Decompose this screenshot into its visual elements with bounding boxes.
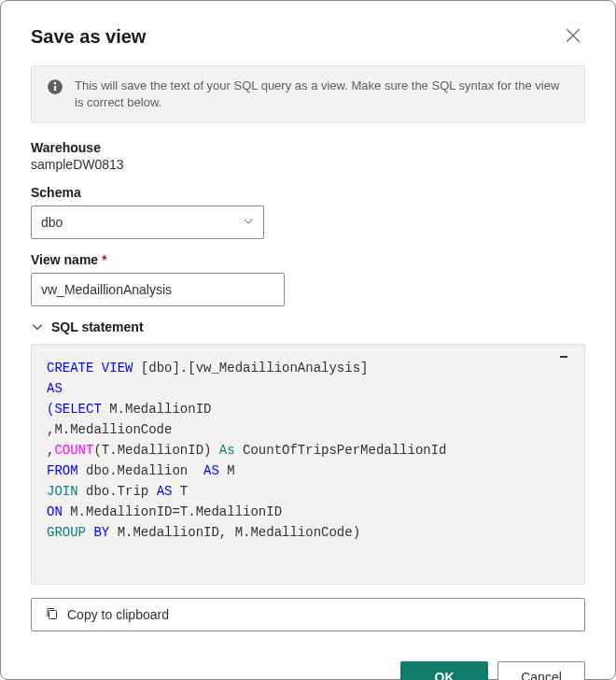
sql-section-label: SQL statement: [51, 319, 144, 334]
svg-rect-5: [49, 610, 57, 618]
cancel-button[interactable]: Cancel: [497, 661, 585, 680]
dialog-content: This will save the text of your SQL quer…: [1, 65, 615, 646]
dialog-footer: OK Cancel: [1, 646, 615, 680]
view-name-field-wrapper: [31, 273, 285, 306]
schema-selected-value: dbo: [41, 215, 63, 230]
warehouse-value: sampleDW0813: [31, 157, 585, 172]
copy-icon: [45, 606, 60, 624]
dialog-title: Save as view: [31, 26, 146, 48]
warehouse-label: Warehouse: [31, 140, 585, 155]
close-icon: [565, 27, 581, 47]
view-name-label: View name *: [31, 252, 585, 267]
sql-section-toggle[interactable]: SQL statement: [31, 319, 585, 334]
copy-button-label: Copy to clipboard: [67, 607, 169, 622]
info-message: This will save the text of your SQL quer…: [75, 78, 569, 111]
info-banner: This will save the text of your SQL quer…: [31, 65, 585, 123]
view-name-input[interactable]: [41, 282, 274, 297]
schema-label: Schema: [31, 185, 585, 200]
svg-rect-4: [54, 86, 56, 92]
chevron-down-icon: [243, 215, 254, 230]
svg-point-3: [54, 82, 57, 85]
dialog-header: Save as view: [1, 1, 615, 65]
required-asterisk: *: [102, 252, 106, 267]
schema-select[interactable]: dbo: [31, 205, 264, 239]
ok-button[interactable]: OK: [400, 661, 488, 680]
info-icon: [47, 78, 63, 95]
copy-to-clipboard-button[interactable]: Copy to clipboard: [31, 598, 585, 631]
close-button[interactable]: [561, 23, 585, 50]
chevron-down-icon: [31, 320, 44, 333]
save-as-view-dialog: Save as view This will save the text of …: [0, 0, 616, 680]
text-cursor: [560, 356, 567, 358]
sql-statement-box[interactable]: CREATE VIEW [dbo].[vw_MedaillionAnalysis…: [31, 344, 585, 585]
